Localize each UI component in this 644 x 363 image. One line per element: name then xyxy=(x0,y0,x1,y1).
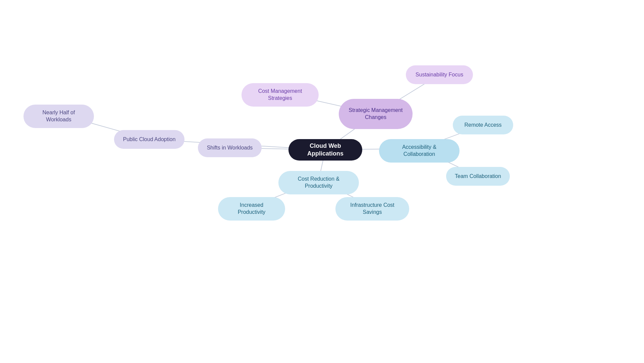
node-nearly-half[interactable]: Nearly Half of Workloads xyxy=(23,105,94,128)
node-remote-access[interactable]: Remote Access xyxy=(453,116,513,134)
node-team-collaboration[interactable]: Team Collaboration xyxy=(446,167,510,186)
node-increased-productivity[interactable]: Increased Productivity xyxy=(218,197,285,221)
node-strategic-management[interactable]: Strategic Management Changes xyxy=(339,99,413,129)
node-cost-reduction[interactable]: Cost Reduction & Productivity xyxy=(278,171,359,194)
node-accessibility[interactable]: Accessibility & Collaboration xyxy=(379,139,460,163)
node-infrastructure-savings[interactable]: Infrastructure Cost Savings xyxy=(335,197,409,221)
node-public-cloud[interactable]: Public Cloud Adoption xyxy=(114,130,184,149)
node-sustainability-focus[interactable]: Sustainability Focus xyxy=(406,65,473,84)
node-center[interactable]: Cloud Web Applications xyxy=(288,139,362,161)
node-shifts-workloads[interactable]: Shifts in Workloads xyxy=(198,138,262,157)
node-cost-management[interactable]: Cost Management Strategies xyxy=(241,83,319,107)
